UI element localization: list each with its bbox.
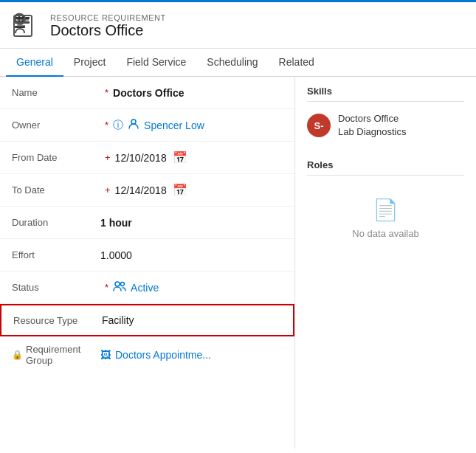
skill-sub: Lab Diagnostics: [338, 125, 407, 139]
svg-point-12: [115, 282, 120, 286]
effort-label: Effort: [12, 249, 100, 260]
skill-avatar: S-: [307, 114, 331, 137]
resource-type-field-row: Resource Type Facility: [0, 304, 294, 336]
status-value-group: Active: [113, 280, 159, 294]
owner-required-indicator: *: [105, 120, 108, 131]
roles-section-title: Roles: [307, 159, 464, 176]
no-data-text: No data availab: [352, 228, 418, 239]
roles-no-data: 📄 No data availab: [307, 183, 464, 254]
to-date-field-row: To Date + 12/14/2018 📅: [0, 174, 294, 207]
name-field-row: Name * Doctors Office: [0, 77, 294, 109]
to-date-label: To Date: [12, 184, 100, 196]
owner-label: Owner: [12, 120, 100, 131]
tab-scheduling[interactable]: Scheduling: [196, 49, 268, 77]
owner-value-group: ⓘ Spencer Low: [113, 118, 204, 132]
duration-field-row: Duration 1 hour: [0, 207, 294, 239]
from-date-value-group: 12/10/2018 📅: [115, 151, 187, 165]
req-group-field-row: 🔒 Requirement Group 🖼 Doctors Appointme.…: [0, 336, 294, 373]
effort-value: 1.0000: [100, 249, 283, 261]
name-label: Name: [12, 87, 100, 98]
to-date-required-indicator: +: [105, 184, 111, 196]
tab-general[interactable]: General: [6, 49, 63, 77]
owner-person-icon: [128, 118, 139, 132]
right-panel: Skills S- Doctors Office Lab Diagnostics…: [295, 77, 476, 449]
lock-icon: 🔒: [12, 350, 23, 360]
to-date-value-group: 12/14/2018 📅: [115, 183, 187, 197]
tab-field-service[interactable]: Field Service: [116, 49, 196, 77]
owner-info-icon[interactable]: ⓘ: [113, 119, 123, 132]
req-group-value[interactable]: 🖼 Doctors Appointme...: [100, 349, 283, 361]
skill-name: Doctors Office: [338, 112, 407, 125]
from-date-value: 12/10/2018: [115, 152, 167, 164]
name-value: Doctors Office: [113, 87, 283, 99]
skills-section-title: Skills: [307, 86, 464, 102]
duration-value: 1 hour: [100, 217, 283, 229]
duration-label: Duration: [12, 217, 100, 228]
from-date-required-indicator: +: [105, 152, 111, 163]
form-panel: Name * Doctors Office Owner * ⓘ Spencer …: [0, 77, 295, 449]
status-required-indicator: *: [105, 282, 108, 293]
record-title: Doctors Office: [50, 22, 166, 39]
record-type-icon: [12, 11, 41, 41]
record-header: RESOURCE REQUIREMENT Doctors Office: [0, 2, 476, 49]
skill-item: S- Doctors Office Lab Diagnostics: [307, 109, 464, 142]
owner-field-row: Owner * ⓘ Spencer Low: [0, 109, 294, 142]
skill-text: Doctors Office Lab Diagnostics: [338, 112, 407, 139]
tab-related[interactable]: Related: [269, 49, 325, 77]
record-title-group: RESOURCE REQUIREMENT Doctors Office: [50, 13, 166, 39]
owner-value[interactable]: Spencer Low: [144, 120, 204, 131]
req-group-label: 🔒 Requirement Group: [12, 344, 100, 366]
svg-point-13: [121, 283, 125, 286]
record-type-label: RESOURCE REQUIREMENT: [50, 13, 166, 22]
main-content: Name * Doctors Office Owner * ⓘ Spencer …: [0, 77, 476, 449]
resource-type-label: Resource Type: [13, 315, 102, 326]
to-date-calendar-icon[interactable]: 📅: [173, 183, 187, 197]
navigation-tabs: General Project Field Service Scheduling…: [0, 49, 476, 77]
req-group-image-icon: 🖼: [100, 349, 111, 361]
status-people-icon: [113, 280, 126, 294]
from-date-field-row: From Date + 12/10/2018 📅: [0, 142, 294, 174]
resource-type-value: Facility: [102, 314, 281, 326]
effort-field-row: Effort 1.0000: [0, 239, 294, 272]
name-required-indicator: *: [105, 87, 108, 98]
no-data-icon: 📄: [373, 198, 399, 222]
tab-project[interactable]: Project: [63, 49, 117, 77]
status-label: Status: [12, 282, 100, 293]
svg-point-11: [131, 120, 136, 124]
skills-section: Skills S- Doctors Office Lab Diagnostics: [295, 77, 476, 151]
status-field-row: Status * Active: [0, 272, 294, 304]
from-date-label: From Date: [12, 152, 100, 163]
to-date-value: 12/14/2018: [115, 184, 167, 196]
from-date-calendar-icon[interactable]: 📅: [173, 151, 187, 165]
roles-section: Roles 📄 No data availab: [295, 151, 476, 263]
status-value[interactable]: Active: [131, 282, 159, 294]
